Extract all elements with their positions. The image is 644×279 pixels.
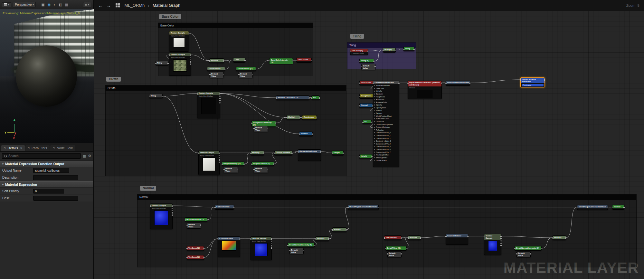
input-pin[interactable] (407, 83, 409, 84)
graph-node-r_bc[interactable]: Base Color (359, 81, 374, 85)
graph-node-orm_mul1[interactable]: Multiply (287, 115, 300, 120)
output-pin[interactable] (271, 241, 272, 242)
input-pin[interactable] (149, 96, 150, 97)
graph-node-n_param2[interactable]: DetailTiling (S) (385, 246, 407, 251)
tab-details[interactable]: ✎ Details × (1, 145, 25, 151)
output-pin[interactable] (292, 60, 293, 61)
input-pin[interactable] (169, 55, 170, 56)
input-pin[interactable] (253, 169, 255, 170)
graph-node-bc_tex2[interactable]: Texture SampleApply View MipBias (169, 53, 191, 76)
output-pin[interactable] (267, 128, 268, 129)
screenshot-icon[interactable]: ▣ (41, 2, 45, 7)
input-pin[interactable] (332, 153, 333, 154)
input-pin[interactable] (276, 97, 277, 99)
output-pin[interactable] (316, 117, 317, 118)
graph-node-til_mul[interactable]: Multiply (383, 48, 396, 53)
output-pin[interactable] (544, 79, 545, 81)
graph-node-n_def2[interactable]: Default Value (387, 251, 402, 257)
graph-node-r_input[interactable]: Input Material Attributes (Material Attr… (408, 81, 442, 99)
input-pin[interactable] (520, 79, 521, 81)
input-pin[interactable] (186, 257, 188, 258)
viewmode-lit-icon[interactable]: ◉ (47, 2, 52, 7)
input-pin[interactable] (207, 69, 208, 70)
output-pin[interactable] (271, 247, 272, 249)
graph-node-n_mul3[interactable]: Multiply (553, 235, 566, 240)
input-pin[interactable] (233, 60, 234, 61)
output-pin[interactable] (308, 97, 310, 99)
input-pin[interactable] (332, 229, 333, 231)
graph-node-orm_hdef2[interactable]: Default Value (254, 167, 268, 173)
output-pin[interactable] (243, 164, 245, 165)
output-pin[interactable] (223, 74, 224, 75)
output-pin[interactable] (271, 243, 272, 244)
description-field[interactable] (33, 175, 78, 180)
graph-node-orm_rdef[interactable]: Default Value (254, 126, 268, 132)
graph-node-bc_mul1[interactable]: Multiply (209, 58, 224, 63)
desc-field[interactable] (33, 196, 78, 201)
output-pin[interactable] (319, 97, 320, 99)
input-pin[interactable] (311, 97, 312, 99)
graph-node-til_param[interactable]: Tiling (S) (359, 59, 374, 63)
graph-node-orm_hint1[interactable]: HeightIntensity (S) (222, 162, 244, 166)
input-pin[interactable] (236, 69, 237, 70)
input-pin[interactable] (289, 250, 290, 251)
input-pin[interactable] (514, 248, 516, 249)
output-pin[interactable] (541, 248, 542, 249)
output-pin[interactable] (188, 33, 189, 34)
graph-node-n_dint2[interactable]: DetailNormalIntensity (S) (515, 246, 542, 251)
graph-node-n_rot1[interactable]: CustomRotator (218, 236, 240, 257)
output-pin[interactable] (320, 151, 321, 153)
output-pin[interactable] (373, 61, 374, 62)
output-pin[interactable] (500, 243, 502, 244)
graph-node-orm_hdef1[interactable]: Default Value (224, 167, 238, 173)
output-pin[interactable] (190, 64, 191, 65)
graph-node-r_ao[interactable]: AO (363, 120, 372, 124)
input-pin[interactable] (251, 123, 252, 124)
output-pin[interactable] (190, 57, 191, 58)
comment-tag-tiling[interactable]: Tiling (350, 34, 364, 39)
graph-node-orm_hint2[interactable]: HeightContrast (S) (251, 162, 274, 166)
input-pin[interactable] (209, 74, 211, 75)
graph-node-n_mul1[interactable]: Multiply (316, 236, 329, 241)
graph-node-n_bacn2[interactable]: BlendAngleCorrectedNormals (577, 205, 608, 210)
input-pin[interactable] (274, 153, 275, 154)
output-pin[interactable] (219, 102, 221, 104)
viewmode-wireframe-icon[interactable]: ◧ (58, 2, 62, 7)
graph-node-orm_tiling[interactable]: Tiling (149, 94, 163, 98)
output-pin[interactable] (406, 248, 407, 249)
input-pin[interactable] (384, 237, 385, 239)
input-pin[interactable] (223, 169, 225, 170)
output-pin[interactable] (203, 257, 204, 258)
input-pin[interactable] (296, 60, 297, 61)
output-pin[interactable] (378, 207, 379, 208)
output-pin[interactable] (219, 162, 220, 163)
output-pin[interactable] (398, 83, 400, 84)
output-pin[interactable] (530, 253, 531, 254)
section-material-expression[interactable]: ▾ Material Expression (0, 181, 93, 188)
output-pin[interactable] (413, 49, 415, 50)
graph-node-r_set[interactable]: SetMaterialAttributesMaterialAttributesB… (373, 81, 399, 167)
input-pin[interactable] (359, 105, 360, 106)
output-pin[interactable] (271, 245, 272, 246)
input-pin[interactable] (361, 66, 362, 67)
graph-node-orm_remap[interactable]: RemapValueRange (298, 149, 321, 161)
viewport-options-button[interactable]: ▾ (2, 2, 11, 7)
comment-tag-normal[interactable]: Normal (140, 186, 156, 191)
graph-node-orm_hout[interactable]: Height (332, 151, 344, 155)
graph-node-n_bacn1[interactable]: BlendAngleCorrectedNormals (348, 205, 379, 210)
output-pin[interactable] (299, 117, 300, 118)
output-pin[interactable] (328, 238, 329, 240)
output-pin[interactable] (343, 153, 344, 154)
graph-node-n_tc3[interactable]: TexCoord[0] (384, 235, 402, 240)
tab-node-preview[interactable]: ✎ Node...iew (50, 145, 75, 151)
input-pin[interactable] (186, 248, 188, 249)
output-pin[interactable] (239, 238, 241, 240)
input-pin[interactable] (484, 236, 485, 237)
graph-node-n_ddef1[interactable]: Default Value (289, 248, 304, 254)
graph-node-n_ddef2[interactable]: Default Value (516, 251, 531, 257)
input-pin[interactable] (299, 134, 300, 135)
comment-tag-base_color[interactable]: Base Color (159, 14, 181, 19)
output-pin[interactable] (607, 207, 608, 208)
graph-node-til_tc[interactable]: TexCoord[0]Coordinate Index (350, 49, 368, 55)
output-pin[interactable] (219, 95, 221, 97)
